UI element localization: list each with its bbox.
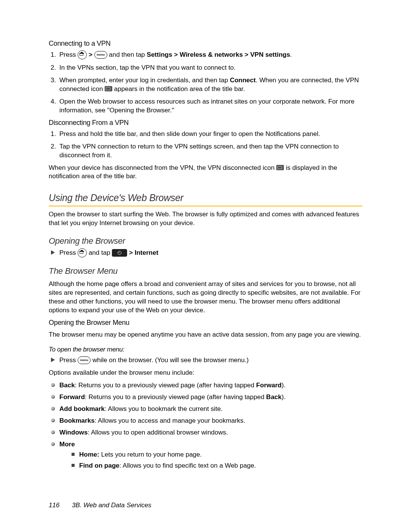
heading-connecting-vpn: Connecting to a VPN bbox=[49, 40, 362, 48]
list-item: Add bookmark: Allows you to bookmark the… bbox=[49, 405, 362, 414]
step: Press and hold the title bar, and then s… bbox=[58, 130, 362, 139]
menu-icon: menu bbox=[78, 356, 91, 364]
heading-web-browser: Using the Device's Web Browser bbox=[49, 192, 362, 206]
page-number: 116 bbox=[49, 502, 59, 509]
heading-opening-browser: Opening the Browser bbox=[49, 236, 362, 246]
footer-section: 3B. Web and Data Services bbox=[72, 502, 151, 509]
action-line: Press and tap > Internet bbox=[49, 248, 362, 258]
page-footer: 116 3B. Web and Data Services bbox=[49, 502, 151, 509]
step: Tap the VPN connection to return to the … bbox=[58, 142, 362, 160]
list-item: More Home: Lets you return to your home … bbox=[49, 440, 362, 470]
vpn-connected-icon bbox=[105, 86, 112, 91]
disconnecting-vpn-steps: Press and hold the title bar, and then s… bbox=[56, 130, 362, 160]
heading-to-open-browser-menu: To open the browser menu: bbox=[49, 346, 362, 353]
list-item: Back: Returns you to a previously viewed… bbox=[49, 381, 362, 390]
para: When your device has disconnected from t… bbox=[49, 164, 362, 181]
para: Although the home page offers a broad an… bbox=[49, 280, 362, 315]
list-item: Home: Lets you return to your home page. bbox=[71, 451, 362, 459]
para: Open the browser to start surfing the We… bbox=[49, 210, 362, 228]
home-icon bbox=[78, 50, 87, 59]
list-item: Find on page: Allows you to find specifi… bbox=[71, 462, 362, 470]
list-item: Forward: Returns you to a previously vie… bbox=[49, 393, 362, 402]
step: In the VPNs section, tap the VPN that yo… bbox=[58, 64, 362, 72]
list-item: Windows: Allows you to open additional b… bbox=[49, 428, 362, 437]
heading-opening-browser-menu: Opening the Browser Menu bbox=[49, 319, 362, 327]
heading-browser-menu: The Browser Menu bbox=[49, 266, 362, 276]
step: Open the Web browser to access resources… bbox=[58, 97, 362, 115]
step: Press > menu and then tap Settings > Wir… bbox=[58, 51, 362, 60]
step: When prompted, enter your log in credent… bbox=[58, 76, 362, 94]
home-icon bbox=[78, 248, 87, 257]
heading-disconnecting-vpn: Disconnecting From a VPN bbox=[49, 119, 362, 127]
vpn-disconnected-icon bbox=[276, 165, 284, 170]
apps-icon bbox=[112, 249, 127, 257]
action-line: Press menu while on the browser. (You wi… bbox=[49, 356, 362, 365]
more-sublist: Home: Lets you return to your home page.… bbox=[71, 451, 362, 470]
connecting-vpn-steps: Press > menu and then tap Settings > Wir… bbox=[56, 51, 362, 115]
para: The browser menu may be opened anytime y… bbox=[49, 331, 362, 339]
document-page: Connecting to a VPN Press > menu and the… bbox=[0, 0, 411, 470]
menu-icon: menu bbox=[94, 51, 107, 59]
browser-menu-options: Back: Returns you to a previously viewed… bbox=[49, 381, 362, 470]
list-item: Bookmarks: Allows you to access and mana… bbox=[49, 417, 362, 425]
para: Options available under the browser menu… bbox=[49, 369, 362, 377]
